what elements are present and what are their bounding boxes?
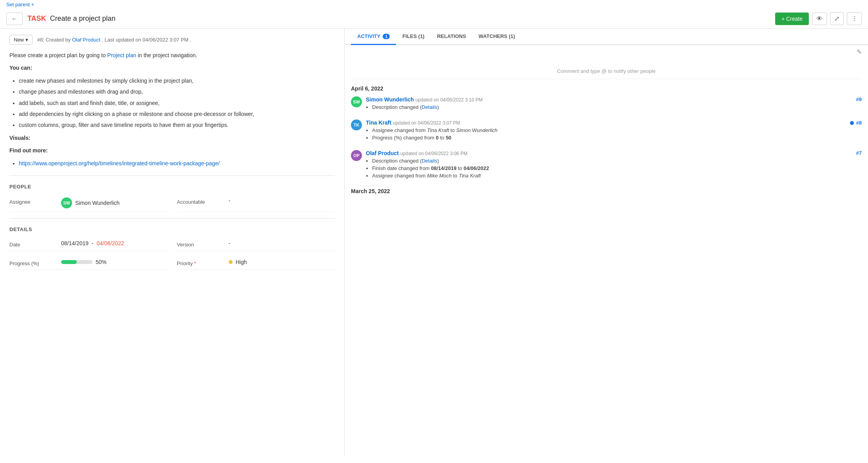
tab-files-label: FILES (1) xyxy=(402,33,424,39)
assignee-avatar: SW xyxy=(61,197,72,208)
priority-label-text: Priority xyxy=(177,260,193,266)
priority-value: High xyxy=(229,259,247,265)
task-title-group: TASK Create a project plan xyxy=(27,14,116,23)
activity-user-tina: Tina Kraft xyxy=(366,119,391,126)
set-parent-anchor[interactable]: Set parent + xyxy=(6,2,34,7)
page-title: Create a project plan xyxy=(50,14,116,22)
status-label: New xyxy=(14,37,24,43)
task-label: TASK xyxy=(27,14,46,22)
people-section-title: PEOPLE xyxy=(9,184,335,190)
tab-watchers-label: WATCHERS (1) xyxy=(479,33,515,39)
left-panel: New ▾ #8: Created by Olaf Product . Last… xyxy=(0,29,345,456)
activity-number-8-wrap: #8 xyxy=(850,119,862,126)
intro-after: in the project navigation. xyxy=(138,52,197,58)
set-parent-link[interactable]: Set parent + xyxy=(0,0,868,9)
assignee-name: Simon Wunderlich xyxy=(75,200,119,206)
progress-field: Progress (%) 50% xyxy=(9,256,168,270)
expand-button[interactable]: ⤢ xyxy=(830,12,844,25)
priority-required: * xyxy=(194,260,196,266)
activity-user-simon: Simon Wunderlich xyxy=(366,96,414,103)
date-label: Date xyxy=(9,240,56,248)
activity-item-9: SW Simon Wunderlich updated on 04/06/202… xyxy=(351,96,862,112)
tab-files[interactable]: FILES (1) xyxy=(396,29,430,45)
activity-header-8: Tina Kraft updated on 04/06/2022 3:07 PM… xyxy=(366,119,862,126)
project-plan-link[interactable]: Project plan xyxy=(107,52,136,58)
accountable-field: Accountable - xyxy=(177,194,335,212)
tabs: ACTIVITY 1 FILES (1) RELATIONS WATCHERS … xyxy=(345,29,868,45)
top-bar-right: + Create 👁 ⤢ ⋮ xyxy=(775,12,862,25)
status-badge[interactable]: New ▾ xyxy=(9,35,33,45)
edit-icon[interactable]: ✎ xyxy=(857,49,862,55)
details-section-title: DETAILS xyxy=(9,226,335,232)
bullet-3: add labels, such as start and finish dat… xyxy=(19,99,335,107)
activity-meta-8: updated on 04/06/2022 3:07 PM xyxy=(393,120,460,126)
edit-icon-wrap: ✎ xyxy=(345,45,868,59)
activity-number-8: #8 xyxy=(856,120,862,126)
version-field: Version - xyxy=(177,237,335,251)
activity-panel: Comment and type @ to notify other peopl… xyxy=(345,59,868,204)
activity-number-7: #7 xyxy=(856,150,862,156)
details-link-7[interactable]: Details xyxy=(421,158,437,164)
back-button[interactable]: ← xyxy=(6,13,23,25)
version-label: Version xyxy=(177,240,224,248)
activity-text-7: Description changed (Details) Finish dat… xyxy=(366,158,862,179)
details-fields: Date 08/14/2019 - 04/06/2022 Version - P… xyxy=(9,237,335,270)
priority-text: High xyxy=(236,259,247,265)
activity-date-group-2: March 25, 2022 xyxy=(351,188,862,194)
date-field: Date 08/14/2019 - 04/06/2022 xyxy=(9,237,168,251)
progress-bar-wrap: 50% xyxy=(61,259,107,265)
date-start: 08/14/2019 xyxy=(61,240,89,246)
description-intro: Please create a project plan by going to… xyxy=(9,51,335,60)
details-link-9[interactable]: Details xyxy=(421,104,437,110)
watch-button[interactable]: 👁 xyxy=(812,13,827,25)
activity-date-group-1: April 6, 2022 xyxy=(351,85,862,92)
create-button[interactable]: + Create xyxy=(775,13,809,25)
accountable-label: Accountable xyxy=(177,197,224,205)
blue-dot-8 xyxy=(850,121,854,125)
change-progress-8: Progress (%) changed from 0 to 50 xyxy=(372,135,451,141)
description-bullets: create new phases and milestones by simp… xyxy=(19,76,335,130)
right-panel: ACTIVITY 1 FILES (1) RELATIONS WATCHERS … xyxy=(345,29,868,456)
more-icon: ⋮ xyxy=(851,15,857,22)
accountable-value: - xyxy=(229,197,231,204)
progress-label: Progress (%) xyxy=(9,259,56,266)
activity-header-9: Simon Wunderlich updated on 04/06/2022 3… xyxy=(366,96,862,103)
priority-field: Priority * High xyxy=(177,256,335,270)
change-finish-7: Finish date changed from 08/14/2019 to 0… xyxy=(372,165,489,171)
activity-item-8: TK Tina Kraft updated on 04/06/2022 3:07… xyxy=(351,119,862,142)
activity-text-9: Description changed (Details) xyxy=(366,104,862,110)
assignee-value: SW Simon Wunderlich xyxy=(61,197,119,208)
activity-content-7: Olaf Product updated on 04/06/2022 3:06 … xyxy=(366,150,862,180)
tab-relations[interactable]: RELATIONS xyxy=(431,29,472,45)
tab-activity[interactable]: ACTIVITY 1 xyxy=(351,29,396,45)
more-button[interactable]: ⋮ xyxy=(847,12,862,25)
activity-header-7: Olaf Product updated on 04/06/2022 3:06 … xyxy=(366,150,862,156)
progress-bar xyxy=(61,260,92,264)
tab-watchers[interactable]: WATCHERS (1) xyxy=(472,29,521,45)
progress-display: 50% xyxy=(96,259,107,265)
expand-icon: ⤢ xyxy=(834,15,839,22)
bullet-1: create new phases and milestones by simp… xyxy=(19,76,335,85)
intro-text: Please create a project plan by going to xyxy=(9,52,107,58)
progress-value: 50% xyxy=(61,259,107,265)
author-link[interactable]: Olaf Product xyxy=(72,37,100,43)
activity-item-7: OP Olaf Product updated on 04/06/2022 3:… xyxy=(351,150,862,180)
you-can-label: You can: xyxy=(9,63,335,72)
change-description-9: Description changed (Details) xyxy=(372,104,439,110)
activity-user-olaf: Olaf Product xyxy=(366,150,399,156)
activity-content-9: Simon Wunderlich updated on 04/06/2022 3… xyxy=(366,96,862,112)
find-out-label: Find out more: xyxy=(9,146,335,155)
status-row: New ▾ #8: Created by Olaf Product . Last… xyxy=(9,35,335,45)
date-value: 08/14/2019 - 04/06/2022 xyxy=(61,240,124,246)
comment-hint: Comment and type @ to notify other peopl… xyxy=(351,63,862,79)
timeline-link[interactable]: https://www.openproject.org/help/timelin… xyxy=(19,160,220,166)
description: Please create a project plan by going to… xyxy=(9,51,335,168)
activity-badge: 1 xyxy=(383,34,390,39)
tab-activity-label: ACTIVITY xyxy=(357,33,380,39)
avatar-tina: TK xyxy=(351,119,362,130)
change-description-7: Description changed (Details) xyxy=(372,158,439,164)
meta-prefix: #8: Created by xyxy=(37,37,72,43)
activity-meta-9: updated on 04/06/2022 3:10 PM xyxy=(416,97,483,103)
activity-meta-7: updated on 04/06/2022 3:06 PM xyxy=(400,151,467,156)
priority-dot xyxy=(229,260,233,264)
